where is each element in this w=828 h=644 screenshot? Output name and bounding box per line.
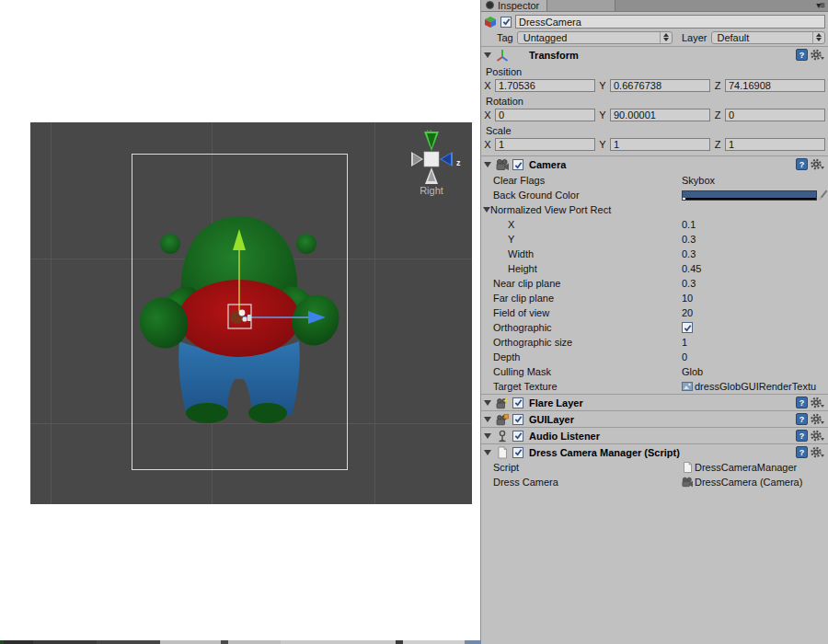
dress-camera-object-field[interactable]: DressCamera (Camera) bbox=[682, 477, 802, 488]
foldout-icon[interactable] bbox=[484, 400, 491, 406]
bottom-strip-segment bbox=[403, 640, 465, 644]
script-enabled-checkbox[interactable] bbox=[512, 447, 523, 458]
transform-icon bbox=[496, 49, 509, 62]
layer-dropdown[interactable]: Default bbox=[711, 31, 826, 44]
viewport-y-value[interactable]: 0.3 bbox=[682, 234, 696, 245]
axis-x-label: X bbox=[484, 109, 491, 121]
bottom-strip-segment bbox=[396, 640, 403, 644]
inspector-tabbar: Inspector ▾≡ bbox=[481, 0, 828, 12]
scale-z-field[interactable] bbox=[725, 138, 825, 151]
tab-empty[interactable] bbox=[547, 0, 615, 11]
property-row-depth: Depth 0 bbox=[481, 350, 828, 364]
alpha-bar bbox=[683, 198, 816, 200]
clear-flags-value[interactable]: Skybox bbox=[682, 175, 715, 186]
axis-z-label: z bbox=[456, 158, 461, 167]
eyedropper-icon[interactable] bbox=[819, 190, 828, 201]
position-y-field[interactable] bbox=[610, 79, 710, 92]
scale-fields: X Y Z bbox=[481, 136, 828, 152]
bottom-strip-segment bbox=[33, 640, 97, 644]
depth-value[interactable]: 0 bbox=[682, 351, 687, 362]
scene-orientation-gizmo[interactable]: y z Right bbox=[391, 124, 472, 198]
property-row-target-texture: Target Texture dressGlobGUIRenderTextu bbox=[481, 379, 828, 394]
property-row-background-color: Back Ground Color bbox=[481, 188, 828, 202]
script-object-field[interactable]: DressCameraManager bbox=[682, 462, 797, 473]
scene-view[interactable]: y z Right bbox=[30, 122, 472, 504]
orthographic-size-value[interactable]: 1 bbox=[682, 337, 687, 348]
rotation-y-field[interactable] bbox=[610, 109, 710, 121]
pane-menu-icon[interactable]: ▾≡ bbox=[816, 0, 824, 10]
flare-layer-icon bbox=[496, 397, 509, 409]
script-asset-name: DressCameraManager bbox=[695, 462, 797, 473]
property-label: Far clip plane bbox=[493, 293, 682, 304]
position-x-field[interactable] bbox=[495, 79, 595, 92]
property-label: Near clip plane bbox=[493, 278, 682, 289]
field-of-view-value[interactable]: 20 bbox=[682, 307, 693, 318]
background-color-swatch[interactable] bbox=[682, 190, 817, 201]
tab-inspector[interactable]: Inspector bbox=[481, 0, 547, 11]
character-model[interactable] bbox=[132, 205, 343, 426]
axis-x-cone-inner bbox=[413, 154, 421, 165]
tag-label: Tag bbox=[497, 32, 513, 43]
gear-icon[interactable] bbox=[811, 49, 824, 61]
foldout-icon[interactable] bbox=[484, 433, 491, 439]
rotation-x-field[interactable] bbox=[495, 109, 595, 121]
tab-label: Inspector bbox=[498, 0, 539, 11]
foldout-icon[interactable] bbox=[484, 162, 491, 167]
far-clip-value[interactable]: 10 bbox=[682, 293, 693, 304]
gear-icon[interactable] bbox=[811, 430, 824, 442]
help-icon[interactable]: ? bbox=[796, 49, 808, 61]
bottom-strip-segment bbox=[228, 640, 281, 644]
axis-y-label: Y bbox=[599, 139, 606, 150]
property-row-viewport-x: X 0.1 bbox=[481, 217, 828, 232]
flare-layer-title: Flare Layer bbox=[529, 397, 583, 408]
property-row-orthographic-size: Orthographic size 1 bbox=[481, 335, 828, 350]
help-icon[interactable]: ? bbox=[796, 446, 808, 458]
camera-icon bbox=[496, 158, 509, 171]
audio-listener-title: Audio Listener bbox=[529, 431, 600, 442]
foldout-icon[interactable] bbox=[484, 450, 491, 455]
inspector-panel: Inspector ▾≡ Tag Untagged bbox=[480, 0, 828, 644]
flare-layer-checkbox[interactable] bbox=[512, 397, 523, 408]
viewport-x-value[interactable]: 0.1 bbox=[682, 219, 696, 230]
property-row-viewport-width: Width 0.3 bbox=[481, 247, 828, 261]
property-label: Normalized View Port Rect bbox=[490, 204, 679, 215]
help-icon[interactable]: ? bbox=[796, 413, 808, 425]
scale-label: Scale bbox=[481, 122, 828, 136]
active-checkbox[interactable] bbox=[500, 17, 512, 28]
audio-listener-checkbox[interactable] bbox=[512, 431, 523, 442]
help-icon[interactable]: ? bbox=[796, 397, 808, 408]
gizmo-center-cube[interactable] bbox=[424, 152, 439, 167]
alpha-marker bbox=[683, 198, 685, 200]
scale-y-field[interactable] bbox=[610, 138, 710, 151]
axis-z-cone-inner bbox=[442, 154, 451, 165]
axis-z-label: Z bbox=[714, 80, 721, 91]
viewport-height-value[interactable]: 0.45 bbox=[682, 263, 701, 274]
gui-layer-checkbox[interactable] bbox=[512, 414, 523, 425]
help-icon[interactable]: ? bbox=[796, 158, 808, 170]
orthographic-checkbox[interactable] bbox=[682, 322, 693, 333]
scale-x-field[interactable] bbox=[495, 138, 595, 151]
gameobject-name-field[interactable] bbox=[515, 15, 825, 29]
near-clip-value[interactable]: 0.3 bbox=[682, 278, 696, 289]
grid-line bbox=[51, 122, 52, 504]
position-z-field[interactable] bbox=[725, 79, 825, 92]
foldout-icon[interactable] bbox=[483, 207, 490, 213]
foldout-icon[interactable] bbox=[484, 417, 491, 422]
foldout-icon[interactable] bbox=[484, 52, 491, 58]
rotation-label: Rotation bbox=[481, 93, 828, 107]
position-label: Position bbox=[481, 63, 828, 77]
camera-enabled-checkbox[interactable] bbox=[512, 159, 523, 170]
camera-header: Camera ? bbox=[481, 155, 828, 173]
tag-dropdown[interactable]: Untagged bbox=[517, 31, 673, 44]
property-label: Y bbox=[493, 234, 682, 245]
viewport-width-value[interactable]: 0.3 bbox=[682, 248, 696, 259]
property-row-viewport-height: Height 0.45 bbox=[481, 261, 828, 276]
gear-icon[interactable] bbox=[811, 446, 824, 458]
help-icon[interactable]: ? bbox=[796, 430, 808, 442]
gear-icon[interactable] bbox=[811, 413, 824, 425]
rotation-z-field[interactable] bbox=[725, 109, 825, 121]
gear-icon[interactable] bbox=[811, 158, 824, 170]
target-texture-field[interactable]: dressGlobGUIRenderTextu bbox=[682, 381, 816, 392]
gear-icon[interactable] bbox=[811, 397, 824, 408]
culling-mask-value[interactable]: Glob bbox=[682, 366, 703, 377]
